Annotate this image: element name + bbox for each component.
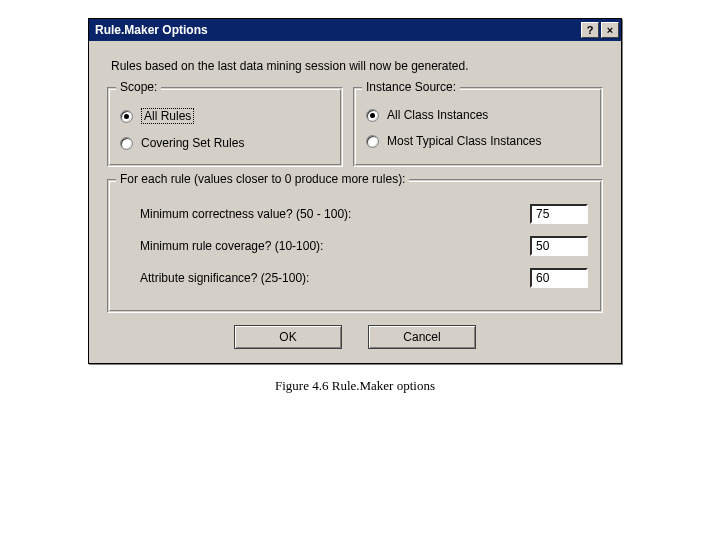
attrsig-input[interactable]	[530, 268, 588, 288]
instance-all-label: All Class Instances	[387, 108, 488, 122]
scope-option-all[interactable]: All Rules	[118, 102, 332, 130]
window-title: Rule.Maker Options	[95, 23, 579, 37]
client-area: Rules based on the last data mining sess…	[89, 41, 621, 363]
radio-icon	[366, 109, 379, 122]
titlebar[interactable]: Rule.Maker Options ? ×	[89, 19, 621, 41]
radio-icon	[120, 137, 133, 150]
figure-caption: Figure 4.6 Rule.Maker options	[88, 378, 622, 394]
params-legend: For each rule (values closer to 0 produc…	[116, 172, 409, 186]
scope-all-label: All Rules	[141, 108, 194, 124]
intro-text: Rules based on the last data mining sess…	[111, 59, 603, 73]
dialog-window: Rule.Maker Options ? × Rules based on th…	[88, 18, 622, 364]
scope-covering-label: Covering Set Rules	[141, 136, 244, 150]
ok-button[interactable]: OK	[234, 325, 342, 349]
button-row: OK Cancel	[103, 325, 607, 349]
coverage-label: Minimum rule coverage? (10-100):	[140, 239, 530, 253]
instance-typical-label: Most Typical Class Instances	[387, 134, 542, 148]
scope-option-covering[interactable]: Covering Set Rules	[118, 130, 332, 156]
instance-source-group: Instance Source: All Class Instances Mos…	[353, 87, 603, 167]
scope-group: Scope: All Rules Covering Set Rules	[107, 87, 343, 167]
radio-icon	[120, 110, 133, 123]
cancel-button[interactable]: Cancel	[368, 325, 476, 349]
rule-params-group: For each rule (values closer to 0 produc…	[107, 179, 603, 313]
instance-option-typical[interactable]: Most Typical Class Instances	[364, 128, 592, 154]
instance-option-all[interactable]: All Class Instances	[364, 102, 592, 128]
scope-legend: Scope:	[116, 80, 161, 94]
attrsig-label: Attribute significance? (25-100):	[140, 271, 530, 285]
help-button[interactable]: ?	[581, 22, 599, 38]
param-row-correctness: Minimum correctness value? (50 - 100):	[140, 204, 588, 224]
close-button[interactable]: ×	[601, 22, 619, 38]
correctness-label: Minimum correctness value? (50 - 100):	[140, 207, 530, 221]
param-row-attrsig: Attribute significance? (25-100):	[140, 268, 588, 288]
close-icon: ×	[607, 25, 613, 36]
radio-icon	[366, 135, 379, 148]
instance-legend: Instance Source:	[362, 80, 460, 94]
param-row-coverage: Minimum rule coverage? (10-100):	[140, 236, 588, 256]
help-icon: ?	[587, 25, 594, 36]
coverage-input[interactable]	[530, 236, 588, 256]
correctness-input[interactable]	[530, 204, 588, 224]
